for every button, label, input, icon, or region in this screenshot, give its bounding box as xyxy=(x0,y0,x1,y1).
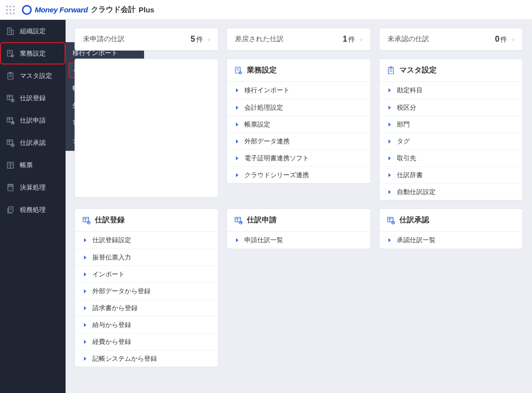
triangle-right-icon xyxy=(236,88,238,92)
section-title: 仕訳承認 xyxy=(399,215,429,225)
section-業務設定: 業務設定移行インポート会計処理設定帳票設定外部データ連携電子証明書連携ソフトクラ… xyxy=(227,59,371,184)
triangle-right-icon xyxy=(84,272,86,276)
section-item[interactable]: 請求書から登録 xyxy=(75,299,218,316)
section-item-label: 外部データから登録 xyxy=(92,287,151,296)
sidebar-item-7[interactable]: 決算処理 xyxy=(0,176,66,198)
doc-gear-icon xyxy=(234,66,243,75)
section-item-label: インポート xyxy=(92,270,125,279)
doc-stack-icon xyxy=(6,205,15,214)
sidebar-item-label: 決算処理 xyxy=(20,183,46,192)
section-item[interactable]: 外部データ連携 xyxy=(227,132,370,149)
stat-label: 差戻された仕訳 xyxy=(235,35,284,44)
section-item-label: タグ xyxy=(397,137,410,146)
section-item-label: 外部データ連携 xyxy=(244,137,290,146)
doc-gear-icon xyxy=(6,49,15,58)
section-item-label: 仕訳辞書 xyxy=(397,171,423,180)
section-item[interactable]: 電子証明書連携ソフト xyxy=(227,149,370,166)
triangle-right-icon xyxy=(84,340,86,344)
section-header: 仕訳登録 xyxy=(75,209,218,232)
section-item-label: 仕訳登録設定 xyxy=(92,236,131,245)
section-item[interactable]: 申請仕訳一覧 xyxy=(227,232,370,249)
main-content: 未申請の仕訳5件›差戻された仕訳1件›未承認の仕訳0件› 業務設定移行インポート… xyxy=(66,20,532,393)
section-item[interactable]: 会計処理設定 xyxy=(227,99,370,116)
section-row-1: 業務設定移行インポート会計処理設定帳票設定外部データ連携電子証明書連携ソフトクラ… xyxy=(75,59,523,200)
section-item[interactable]: インポート xyxy=(75,265,218,282)
sidebar-item-6[interactable]: 帳票 xyxy=(0,154,66,176)
section-item[interactable]: 移行インポート xyxy=(227,82,370,99)
section-item[interactable]: 取引先 xyxy=(380,149,523,166)
section-item[interactable]: 仕訳辞書 xyxy=(380,166,523,183)
stat-label: 未申請の仕訳 xyxy=(83,35,125,44)
sidebar-item-1[interactable]: 業務設定 xyxy=(0,42,66,65)
section-title: 仕訳申請 xyxy=(247,215,277,225)
sidebar-item-8[interactable]: 税務処理 xyxy=(0,198,66,221)
section-item[interactable]: 税区分 xyxy=(380,99,523,116)
stat-card-2[interactable]: 未承認の仕訳0件› xyxy=(379,28,523,51)
sidebar-item-4[interactable]: 仕訳申請 xyxy=(0,109,66,131)
section-item[interactable]: 振替伝票入力 xyxy=(75,249,218,265)
stat-count: 1件 xyxy=(343,35,355,44)
logo-mark-icon xyxy=(22,5,32,15)
table-check-icon xyxy=(386,216,395,225)
section-row-2: 仕訳登録仕訳登録設定振替伝票入力インポート外部データから登録請求書から登録給与か… xyxy=(75,208,523,367)
section-仕訳登録: 仕訳登録仕訳登録設定振替伝票入力インポート外部データから登録請求書から登録給与か… xyxy=(75,208,219,367)
triangle-right-icon xyxy=(388,123,391,127)
stat-card-1[interactable]: 差戻された仕訳1件› xyxy=(227,28,371,51)
chevron-right-icon: › xyxy=(208,35,211,43)
product-logo[interactable]: Money Forward クラウド会計Plus xyxy=(22,5,154,15)
section-item[interactable]: タグ xyxy=(380,132,523,149)
section-title: 仕訳登録 xyxy=(95,215,125,225)
sidebar-item-3[interactable]: 仕訳登録 xyxy=(0,87,66,109)
triangle-right-icon xyxy=(388,190,391,194)
table-plus-icon xyxy=(6,94,15,103)
section-list: 仕訳登録設定振替伝票入力インポート外部データから登録請求書から登録給与から登録経… xyxy=(75,232,218,367)
section-header: マスタ設定 xyxy=(380,59,523,82)
section-title: 業務設定 xyxy=(247,66,277,75)
clipboard-icon xyxy=(386,66,395,75)
stat-count: 5件 xyxy=(191,35,203,44)
section-item[interactable]: 帳票設定 xyxy=(227,116,370,132)
topbar: Money Forward クラウド会計Plus xyxy=(0,0,532,20)
section-header: 仕訳承認 xyxy=(380,209,523,232)
svg-rect-1 xyxy=(11,30,14,34)
triangle-right-icon xyxy=(84,256,86,260)
stat-card-0[interactable]: 未申請の仕訳5件› xyxy=(75,28,219,51)
sidebar-item-2[interactable]: マスタ設定 xyxy=(0,65,66,87)
section-item-label: 取引先 xyxy=(397,154,416,163)
sidebar-item-label: 帳票 xyxy=(20,161,33,170)
section-item[interactable]: 部門 xyxy=(380,116,523,132)
sidebar-item-0[interactable]: 組織設定 xyxy=(0,20,66,42)
section-item[interactable]: 勘定科目 xyxy=(380,82,523,99)
section-item[interactable]: 外部データから登録 xyxy=(75,282,218,299)
table-arrow-icon xyxy=(6,116,15,125)
section-item-label: 部門 xyxy=(397,120,410,129)
section-item[interactable]: 仕訳登録設定 xyxy=(75,232,218,249)
stats-row: 未申請の仕訳5件›差戻された仕訳1件›未承認の仕訳0件› xyxy=(75,28,523,51)
section-item[interactable]: 自動仕訳設定 xyxy=(380,183,523,200)
section-item[interactable]: 給与から登録 xyxy=(75,316,218,333)
section-item-label: 承認仕訳一覧 xyxy=(397,236,436,245)
section-item-label: 振替伝票入力 xyxy=(92,253,131,262)
section-仕訳承認: 仕訳承認承認仕訳一覧 xyxy=(379,208,523,249)
section-header: 業務設定 xyxy=(227,59,370,82)
triangle-right-icon xyxy=(84,306,86,310)
triangle-right-icon xyxy=(236,173,238,177)
sidebar-item-5[interactable]: 仕訳承認 xyxy=(0,131,66,154)
table-arrow-icon xyxy=(234,216,243,225)
table-check-icon xyxy=(6,138,15,147)
sidebar-item-label: 税務処理 xyxy=(20,205,46,214)
triangle-right-icon xyxy=(84,323,86,327)
section-list: 申請仕訳一覧 xyxy=(227,232,370,249)
section-item[interactable]: 記帳システムから登録 xyxy=(75,350,218,367)
apps-grid-icon[interactable] xyxy=(6,5,15,14)
table-plus-icon xyxy=(82,216,91,225)
svg-rect-0 xyxy=(7,28,11,35)
triangle-right-icon xyxy=(236,156,238,160)
section-item[interactable]: クラウドシリーズ連携 xyxy=(227,166,370,183)
sidebar-item-label: 仕訳承認 xyxy=(20,138,46,147)
section-item[interactable]: 承認仕訳一覧 xyxy=(380,232,523,249)
stat-label: 未承認の仕訳 xyxy=(387,35,429,44)
section-item[interactable]: 経費から登録 xyxy=(75,333,218,350)
section-item-label: 帳票設定 xyxy=(244,120,270,129)
sidebar-item-label: 業務設定 xyxy=(20,49,46,58)
